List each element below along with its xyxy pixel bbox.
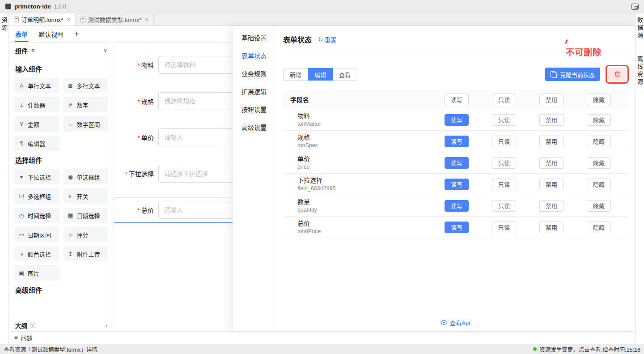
component-item[interactable]: ▾ 下拉选择 [14, 169, 59, 184]
mode-button-hidden[interactable]: 隐藏 [587, 222, 611, 233]
component-item[interactable]: ↥ 附件上传 [64, 246, 109, 261]
mode-header-button[interactable]: 禁用 [539, 94, 564, 105]
file-tab[interactable]: 测试数据类型.formx* × [76, 13, 154, 26]
mode-button-readwrite[interactable]: 读写 [445, 200, 469, 212]
component-label: 颜色选择 [28, 250, 51, 258]
offline-resources-rail-button[interactable]: 离线资源 [636, 56, 644, 86]
problems-list-icon: ≡ [14, 334, 18, 341]
outline-label: 大纲 [15, 321, 27, 330]
mode-button-readwrite[interactable]: 读写 [445, 114, 469, 126]
settings-menu-item[interactable]: 业务规则 [233, 64, 275, 82]
mode-button-disabled[interactable]: 禁用 [539, 200, 564, 212]
component-item[interactable]: A 单行文本 [14, 78, 59, 93]
component-icon: ◐ [68, 193, 74, 200]
settings-menu-item[interactable]: 表单状态 [233, 47, 275, 64]
component-item[interactable]: ◐ 开关 [64, 188, 109, 204]
component-list[interactable]: 输入组件 A 单行文本 ≣ [9, 59, 114, 319]
component-item[interactable]: ¶ 编辑器 [14, 136, 59, 151]
eye-icon [441, 320, 447, 325]
reset-icon: ↻ [318, 36, 323, 43]
component-icon: # [68, 102, 74, 108]
table-row: 物料 tonMatter 读写 只读 [283, 109, 629, 130]
settings-menu-item[interactable]: 基础设置 [233, 29, 275, 47]
table-row: 单价 price 读写 只读 [283, 152, 629, 173]
mode-button-readonly[interactable]: 只读 [492, 136, 516, 147]
state-tab[interactable]: 编辑 [308, 68, 333, 81]
file-tab[interactable]: 订单明细.formx* × [9, 13, 76, 26]
mode-button-hidden[interactable]: 隐藏 [587, 157, 611, 169]
add-view-button[interactable]: + [74, 26, 79, 42]
field-label: *总价 [114, 205, 158, 214]
datasource-rail-button[interactable]: 数据源 [636, 17, 644, 40]
sidebar-header: 组件 ≡ ∨ [9, 43, 114, 59]
mode-button-readwrite[interactable]: 读写 [445, 157, 469, 169]
component-label: 数字 [77, 101, 89, 109]
reset-link[interactable]: ↻ 重置 [318, 35, 336, 44]
state-tab[interactable]: 查看 [332, 68, 357, 81]
component-item[interactable]: ↔ 数字区间 [64, 116, 109, 132]
component-item[interactable]: ▣ 图片 [14, 265, 59, 281]
component-label: 图片 [28, 269, 39, 277]
component-item[interactable]: ◑ 颜色选择 [14, 246, 59, 261]
status-change-notice[interactable]: 资源发生变更，点击查看,检查时间:15:16 [533, 345, 640, 354]
component-label: 日期选择 [77, 211, 100, 220]
close-icon[interactable]: × [145, 16, 148, 23]
component-item[interactable]: ± 计数器 [14, 97, 59, 112]
component-icon: ☆ [68, 231, 74, 238]
view-api-link[interactable]: 查看Api [275, 318, 635, 327]
mode-button-hidden[interactable]: 隐藏 [587, 136, 611, 147]
close-icon[interactable]: × [67, 16, 70, 23]
component-item[interactable]: ¥ 金额 [14, 116, 59, 132]
mode-button-hidden[interactable]: 隐藏 [587, 200, 611, 212]
mode-button-hidden[interactable]: 隐藏 [587, 179, 611, 190]
mode-button-readonly[interactable]: 只读 [492, 200, 516, 212]
delete-state-button[interactable] [608, 68, 626, 81]
section-title-select: 选择组件 [15, 155, 107, 165]
settings-menu-item[interactable]: 高级设置 [233, 118, 275, 136]
settings-menu-item[interactable]: 扩展逻辑 [233, 82, 275, 100]
field-id: tonMatter [297, 121, 433, 127]
resources-rail-button[interactable]: 资源 [0, 17, 8, 32]
component-item[interactable]: ◉ 单选框组 [64, 169, 109, 184]
mode-button-disabled[interactable]: 禁用 [539, 114, 564, 126]
mode-button-readwrite[interactable]: 读写 [445, 179, 469, 190]
mode-button-readonly[interactable]: 只读 [492, 157, 516, 169]
view-tab-label: 表单 [15, 30, 28, 38]
component-item[interactable]: ▭ 日期区间 [14, 227, 59, 242]
clone-state-button[interactable]: 克隆当前状态 [545, 68, 600, 81]
mode-button-readonly[interactable]: 只读 [492, 222, 516, 233]
component-label: 附件上传 [77, 250, 100, 258]
component-item[interactable]: ☑ 多选框组 [14, 188, 59, 204]
component-label: 多行文本 [77, 81, 100, 90]
view-tab[interactable]: 默认视图 [38, 26, 64, 42]
component-item[interactable]: ☆ 评分 [64, 227, 109, 242]
mode-button-disabled[interactable]: 禁用 [539, 222, 564, 233]
mode-button-disabled[interactable]: 禁用 [539, 136, 564, 147]
mode-button-readonly[interactable]: 只读 [492, 179, 516, 190]
mode-header-button[interactable]: 隐藏 [587, 94, 611, 105]
mode-cell: 只读 [480, 157, 528, 169]
mode-button-readonly[interactable]: 只读 [492, 114, 516, 126]
window-icon[interactable] [631, 4, 639, 10]
component-item[interactable]: ≣ 多行文本 [64, 78, 109, 93]
chevron-down-icon[interactable]: ∨ [103, 47, 107, 54]
settings-menu-label: 基础设置 [242, 33, 267, 42]
mode-button-readwrite[interactable]: 读写 [445, 222, 469, 233]
state-tab[interactable]: 新增 [283, 68, 308, 81]
settings-menu-item[interactable]: 按钮设置 [233, 100, 275, 118]
required-asterisk: * [138, 134, 140, 141]
mode-button-readwrite[interactable]: 读写 [445, 136, 469, 147]
section-title-input: 输入组件 [15, 64, 107, 73]
problems-bar[interactable]: ≡ 问题 [9, 331, 635, 344]
mode-header-button[interactable]: 只读 [492, 94, 516, 105]
outline-bar[interactable]: 大纲 ⓘ › [9, 319, 114, 331]
mode-button-disabled[interactable]: 禁用 [539, 157, 564, 169]
component-item[interactable]: # 数字 [64, 97, 109, 112]
mode-button-disabled[interactable]: 禁用 [539, 179, 564, 190]
component-item[interactable]: ◷ 时间选择 [14, 208, 59, 223]
view-tab[interactable]: 表单 [15, 26, 28, 42]
component-label: 金额 [28, 120, 39, 128]
mode-header-button[interactable]: 读写 [445, 94, 469, 105]
component-item[interactable]: ▦ 日期选择 [64, 208, 109, 223]
mode-button-hidden[interactable]: 隐藏 [587, 114, 611, 126]
